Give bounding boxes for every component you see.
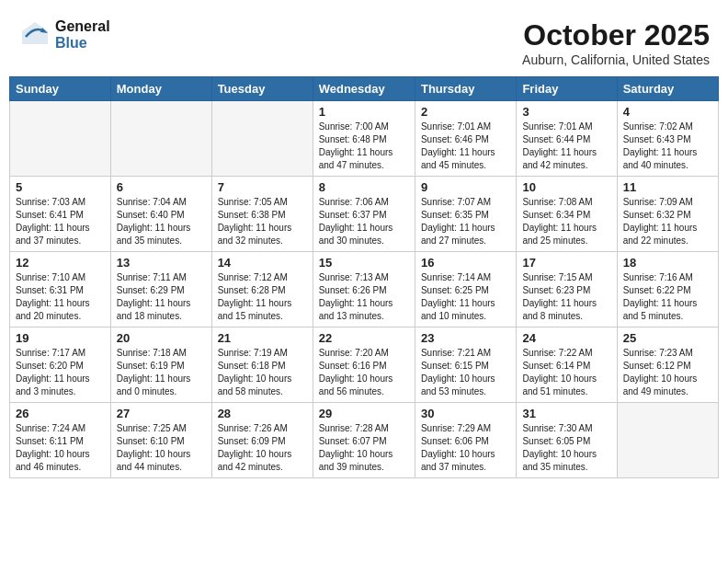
- day-info: Sunrise: 7:02 AMSunset: 6:43 PMDaylight:…: [623, 121, 712, 172]
- logo: General Blue: [18, 18, 110, 52]
- day-number: 30: [421, 407, 510, 420]
- day-info: Sunrise: 7:19 AMSunset: 6:18 PMDaylight:…: [218, 347, 307, 398]
- day-number: 20: [117, 331, 206, 345]
- week-row-5: 26 Sunrise: 7:24 AMSunset: 6:11 PMDaylig…: [10, 403, 719, 478]
- col-monday: Monday: [110, 77, 211, 101]
- day-info: Sunrise: 7:03 AMSunset: 6:41 PMDaylight:…: [16, 196, 105, 247]
- logo-blue: Blue: [55, 35, 110, 52]
- calendar-cell: 1 Sunrise: 7:00 AMSunset: 6:48 PMDayligh…: [313, 101, 415, 177]
- day-number: 1: [319, 105, 409, 119]
- day-number: 27: [117, 407, 206, 420]
- day-info: Sunrise: 7:28 AMSunset: 6:07 PMDaylight:…: [319, 422, 409, 474]
- calendar-cell: [211, 101, 313, 177]
- calendar-cell: 11 Sunrise: 7:09 AMSunset: 6:32 PMDaylig…: [617, 177, 718, 252]
- day-number: 13: [117, 256, 206, 270]
- calendar-cell: 8 Sunrise: 7:06 AMSunset: 6:37 PMDayligh…: [313, 177, 415, 252]
- calendar-cell: 19 Sunrise: 7:17 AMSunset: 6:20 PMDaylig…: [10, 327, 111, 403]
- title-section: October 2025 Auburn, California, United …: [522, 18, 710, 67]
- day-info: Sunrise: 7:14 AMSunset: 6:25 PMDaylight:…: [421, 271, 510, 323]
- day-info: Sunrise: 7:18 AMSunset: 6:19 PMDaylight:…: [117, 347, 206, 398]
- day-info: Sunrise: 7:22 AMSunset: 6:14 PMDaylight:…: [522, 347, 610, 398]
- day-number: 24: [522, 331, 610, 345]
- calendar-cell: 22 Sunrise: 7:20 AMSunset: 6:16 PMDaylig…: [313, 327, 415, 403]
- calendar-cell: 30 Sunrise: 7:29 AMSunset: 6:06 PMDaylig…: [415, 403, 516, 478]
- day-number: 28: [218, 407, 307, 420]
- col-tuesday: Tuesday: [211, 77, 313, 101]
- day-number: 12: [16, 256, 105, 270]
- day-number: 3: [522, 105, 610, 119]
- page-header: General Blue October 2025 Auburn, Califo…: [9, 9, 719, 72]
- calendar-cell: 24 Sunrise: 7:22 AMSunset: 6:14 PMDaylig…: [517, 327, 617, 403]
- col-saturday: Saturday: [617, 77, 718, 101]
- week-row-2: 5 Sunrise: 7:03 AMSunset: 6:41 PMDayligh…: [10, 177, 719, 252]
- calendar-cell: 21 Sunrise: 7:19 AMSunset: 6:18 PMDaylig…: [211, 327, 313, 403]
- day-number: 9: [421, 180, 510, 194]
- day-number: 26: [16, 407, 105, 420]
- day-number: 22: [319, 331, 409, 345]
- day-number: 8: [319, 180, 409, 194]
- day-info: Sunrise: 7:01 AMSunset: 6:46 PMDaylight:…: [421, 121, 510, 172]
- day-number: 6: [117, 180, 206, 194]
- day-number: 21: [218, 331, 307, 345]
- day-info: Sunrise: 7:10 AMSunset: 6:31 PMDaylight:…: [16, 271, 105, 323]
- calendar-cell: [10, 101, 111, 177]
- col-sunday: Sunday: [10, 77, 111, 101]
- day-info: Sunrise: 7:13 AMSunset: 6:26 PMDaylight:…: [319, 271, 409, 323]
- col-thursday: Thursday: [415, 77, 516, 101]
- calendar-table: Sunday Monday Tuesday Wednesday Thursday…: [9, 76, 719, 478]
- day-number: 23: [421, 331, 510, 345]
- day-info: Sunrise: 7:00 AMSunset: 6:48 PMDaylight:…: [319, 121, 409, 172]
- day-info: Sunrise: 7:21 AMSunset: 6:15 PMDaylight:…: [421, 347, 510, 398]
- calendar-cell: 25 Sunrise: 7:23 AMSunset: 6:12 PMDaylig…: [617, 327, 718, 403]
- day-info: Sunrise: 7:09 AMSunset: 6:32 PMDaylight:…: [623, 196, 712, 247]
- calendar-cell: 26 Sunrise: 7:24 AMSunset: 6:11 PMDaylig…: [10, 403, 111, 478]
- day-number: 29: [319, 407, 409, 420]
- calendar-cell: 20 Sunrise: 7:18 AMSunset: 6:19 PMDaylig…: [110, 327, 211, 403]
- day-info: Sunrise: 7:20 AMSunset: 6:16 PMDaylight:…: [319, 347, 409, 398]
- day-info: Sunrise: 7:05 AMSunset: 6:38 PMDaylight:…: [218, 196, 307, 247]
- calendar-cell: 17 Sunrise: 7:15 AMSunset: 6:23 PMDaylig…: [517, 252, 617, 327]
- day-info: Sunrise: 7:01 AMSunset: 6:44 PMDaylight:…: [522, 121, 610, 172]
- calendar-cell: [617, 403, 718, 478]
- calendar-cell: 28 Sunrise: 7:26 AMSunset: 6:09 PMDaylig…: [211, 403, 313, 478]
- calendar-cell: 29 Sunrise: 7:28 AMSunset: 6:07 PMDaylig…: [313, 403, 415, 478]
- calendar-cell: 13 Sunrise: 7:11 AMSunset: 6:29 PMDaylig…: [110, 252, 211, 327]
- col-wednesday: Wednesday: [313, 77, 415, 101]
- day-info: Sunrise: 7:29 AMSunset: 6:06 PMDaylight:…: [421, 422, 510, 474]
- day-number: 25: [623, 331, 712, 345]
- calendar-cell: 14 Sunrise: 7:12 AMSunset: 6:28 PMDaylig…: [211, 252, 313, 327]
- day-info: Sunrise: 7:04 AMSunset: 6:40 PMDaylight:…: [117, 196, 206, 247]
- location-subtitle: Auburn, California, United States: [522, 52, 710, 67]
- day-info: Sunrise: 7:07 AMSunset: 6:35 PMDaylight:…: [421, 196, 510, 247]
- day-number: 17: [522, 256, 610, 270]
- day-number: 7: [218, 180, 307, 194]
- day-number: 10: [522, 180, 610, 194]
- week-row-3: 12 Sunrise: 7:10 AMSunset: 6:31 PMDaylig…: [10, 252, 719, 327]
- day-number: 2: [421, 105, 510, 119]
- day-info: Sunrise: 7:11 AMSunset: 6:29 PMDaylight:…: [117, 271, 206, 323]
- day-info: Sunrise: 7:17 AMSunset: 6:20 PMDaylight:…: [16, 347, 105, 398]
- calendar-cell: 9 Sunrise: 7:07 AMSunset: 6:35 PMDayligh…: [415, 177, 516, 252]
- day-number: 31: [522, 407, 610, 420]
- calendar-cell: 4 Sunrise: 7:02 AMSunset: 6:43 PMDayligh…: [617, 101, 718, 177]
- day-number: 15: [319, 256, 409, 270]
- day-number: 4: [623, 105, 712, 119]
- day-info: Sunrise: 7:16 AMSunset: 6:22 PMDaylight:…: [623, 271, 712, 323]
- day-number: 11: [623, 180, 712, 194]
- day-info: Sunrise: 7:24 AMSunset: 6:11 PMDaylight:…: [16, 422, 105, 474]
- calendar-cell: 12 Sunrise: 7:10 AMSunset: 6:31 PMDaylig…: [10, 252, 111, 327]
- calendar-cell: 5 Sunrise: 7:03 AMSunset: 6:41 PMDayligh…: [10, 177, 111, 252]
- calendar-cell: 18 Sunrise: 7:16 AMSunset: 6:22 PMDaylig…: [617, 252, 718, 327]
- day-info: Sunrise: 7:23 AMSunset: 6:12 PMDaylight:…: [623, 347, 712, 398]
- day-info: Sunrise: 7:12 AMSunset: 6:28 PMDaylight:…: [218, 271, 307, 323]
- calendar-cell: 16 Sunrise: 7:14 AMSunset: 6:25 PMDaylig…: [415, 252, 516, 327]
- day-number: 14: [218, 256, 307, 270]
- calendar-cell: 27 Sunrise: 7:25 AMSunset: 6:10 PMDaylig…: [110, 403, 211, 478]
- logo-text: General Blue: [55, 18, 110, 51]
- calendar-header-row: Sunday Monday Tuesday Wednesday Thursday…: [10, 77, 719, 101]
- col-friday: Friday: [517, 77, 617, 101]
- calendar-cell: 10 Sunrise: 7:08 AMSunset: 6:34 PMDaylig…: [517, 177, 617, 252]
- month-title: October 2025: [522, 18, 710, 52]
- week-row-4: 19 Sunrise: 7:17 AMSunset: 6:20 PMDaylig…: [10, 327, 719, 403]
- calendar-cell: 7 Sunrise: 7:05 AMSunset: 6:38 PMDayligh…: [211, 177, 313, 252]
